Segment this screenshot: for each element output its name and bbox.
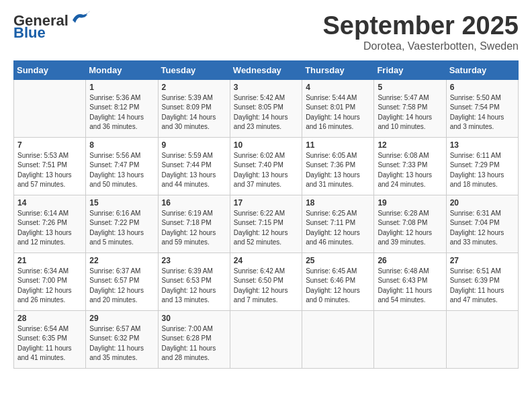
- day-header-monday: Monday: [86, 60, 158, 79]
- calendar-cell: 24Sunrise: 6:42 AMSunset: 6:50 PMDayligh…: [230, 253, 302, 310]
- day-number: 27: [450, 256, 515, 265]
- calendar-cell: 19Sunrise: 6:28 AMSunset: 7:08 PMDayligh…: [374, 195, 446, 253]
- day-number: 21: [17, 256, 82, 265]
- calendar-cell: 22Sunrise: 6:37 AMSunset: 6:57 PMDayligh…: [86, 253, 158, 310]
- calendar-cell: 21Sunrise: 6:34 AMSunset: 7:00 PMDayligh…: [14, 253, 86, 310]
- day-info: Sunrise: 5:39 AMSunset: 8:09 PMDaylight:…: [162, 93, 226, 132]
- calendar-cell: 16Sunrise: 6:19 AMSunset: 7:18 PMDayligh…: [158, 195, 230, 253]
- calendar-cell: 6Sunrise: 5:50 AMSunset: 7:54 PMDaylight…: [446, 79, 518, 137]
- calendar-cell: 13Sunrise: 6:11 AMSunset: 7:29 PMDayligh…: [446, 137, 518, 195]
- day-number: 20: [450, 198, 515, 208]
- day-header-thursday: Thursday: [302, 60, 374, 79]
- day-number: 3: [234, 83, 298, 92]
- day-info: Sunrise: 6:02 AMSunset: 7:40 PMDaylight:…: [234, 151, 298, 190]
- calendar-cell: 20Sunrise: 6:31 AMSunset: 7:04 PMDayligh…: [446, 195, 518, 253]
- day-info: Sunrise: 5:56 AMSunset: 7:47 PMDaylight:…: [89, 151, 154, 190]
- day-info: Sunrise: 5:59 AMSunset: 7:44 PMDaylight:…: [162, 151, 226, 190]
- day-info: Sunrise: 6:51 AMSunset: 6:39 PMDaylight:…: [450, 267, 515, 306]
- day-header-sunday: Sunday: [14, 60, 86, 79]
- day-number: 16: [162, 198, 226, 208]
- day-number: 29: [89, 314, 154, 323]
- calendar-cell: 25Sunrise: 6:45 AMSunset: 6:46 PMDayligh…: [302, 253, 374, 310]
- day-info: Sunrise: 6:11 AMSunset: 7:29 PMDaylight:…: [450, 151, 515, 190]
- day-number: 7: [17, 140, 82, 150]
- header: General Blue September 2025 Dorotea, Vae…: [13, 12, 519, 52]
- calendar-cell: [302, 310, 374, 368]
- day-info: Sunrise: 5:53 AMSunset: 7:51 PMDaylight:…: [17, 151, 82, 190]
- calendar-week-row: 7Sunrise: 5:53 AMSunset: 7:51 PMDaylight…: [14, 137, 519, 195]
- day-number: 2: [162, 83, 226, 92]
- calendar-cell: 10Sunrise: 6:02 AMSunset: 7:40 PMDayligh…: [230, 137, 302, 195]
- day-number: 15: [89, 198, 154, 208]
- calendar-header-row: SundayMondayTuesdayWednesdayThursdayFrid…: [14, 60, 519, 79]
- day-number: 11: [306, 140, 370, 150]
- day-info: Sunrise: 6:05 AMSunset: 7:36 PMDaylight:…: [306, 151, 370, 190]
- day-info: Sunrise: 6:22 AMSunset: 7:15 PMDaylight:…: [234, 209, 298, 248]
- day-number: 13: [450, 140, 515, 150]
- day-info: Sunrise: 6:19 AMSunset: 7:18 PMDaylight:…: [162, 209, 226, 248]
- day-info: Sunrise: 5:47 AMSunset: 7:58 PMDaylight:…: [378, 93, 442, 132]
- day-number: 28: [17, 314, 82, 323]
- day-header-tuesday: Tuesday: [158, 60, 230, 79]
- day-info: Sunrise: 6:42 AMSunset: 6:50 PMDaylight:…: [234, 267, 298, 306]
- calendar-cell: 30Sunrise: 7:00 AMSunset: 6:28 PMDayligh…: [158, 310, 230, 368]
- calendar-cell: 3Sunrise: 5:42 AMSunset: 8:05 PMDaylight…: [230, 79, 302, 137]
- day-info: Sunrise: 6:16 AMSunset: 7:22 PMDaylight:…: [89, 209, 154, 248]
- calendar-week-row: 1Sunrise: 5:36 AMSunset: 8:12 PMDaylight…: [14, 79, 519, 137]
- logo: General Blue: [13, 12, 91, 42]
- calendar-week-row: 21Sunrise: 6:34 AMSunset: 7:00 PMDayligh…: [14, 253, 519, 310]
- day-info: Sunrise: 6:28 AMSunset: 7:08 PMDaylight:…: [378, 209, 442, 248]
- day-info: Sunrise: 6:48 AMSunset: 6:43 PMDaylight:…: [378, 267, 442, 306]
- day-number: 8: [89, 140, 154, 150]
- calendar-cell: 2Sunrise: 5:39 AMSunset: 8:09 PMDaylight…: [158, 79, 230, 137]
- calendar-cell: 8Sunrise: 5:56 AMSunset: 7:47 PMDaylight…: [86, 137, 158, 195]
- logo-blue: Blue: [13, 24, 46, 42]
- title-block: September 2025 Dorotea, Vaesterbotten, S…: [323, 12, 519, 52]
- day-number: 26: [378, 256, 442, 265]
- calendar-cell: 27Sunrise: 6:51 AMSunset: 6:39 PMDayligh…: [446, 253, 518, 310]
- day-number: 14: [17, 198, 82, 208]
- month-title: September 2025: [323, 12, 519, 40]
- day-header-saturday: Saturday: [446, 60, 518, 79]
- calendar-cell: 9Sunrise: 5:59 AMSunset: 7:44 PMDaylight…: [158, 137, 230, 195]
- day-info: Sunrise: 6:54 AMSunset: 6:35 PMDaylight:…: [17, 324, 82, 363]
- day-info: Sunrise: 6:34 AMSunset: 7:00 PMDaylight:…: [17, 267, 82, 306]
- day-info: Sunrise: 6:14 AMSunset: 7:26 PMDaylight:…: [17, 209, 82, 248]
- calendar-cell: [14, 79, 86, 137]
- logo-bird-icon: [70, 11, 91, 28]
- day-number: 19: [378, 198, 442, 208]
- calendar-cell: 12Sunrise: 6:08 AMSunset: 7:33 PMDayligh…: [374, 137, 446, 195]
- calendar-cell: 1Sunrise: 5:36 AMSunset: 8:12 PMDaylight…: [86, 79, 158, 137]
- calendar-cell: 29Sunrise: 6:57 AMSunset: 6:32 PMDayligh…: [86, 310, 158, 368]
- day-number: 18: [306, 198, 370, 208]
- day-info: Sunrise: 6:08 AMSunset: 7:33 PMDaylight:…: [378, 151, 442, 190]
- day-info: Sunrise: 6:31 AMSunset: 7:04 PMDaylight:…: [450, 209, 515, 248]
- day-number: 10: [234, 140, 298, 150]
- calendar-cell: 28Sunrise: 6:54 AMSunset: 6:35 PMDayligh…: [14, 310, 86, 368]
- day-number: 30: [162, 314, 226, 323]
- calendar-table: SundayMondayTuesdayWednesdayThursdayFrid…: [13, 60, 519, 369]
- day-header-wednesday: Wednesday: [230, 60, 302, 79]
- day-info: Sunrise: 6:25 AMSunset: 7:11 PMDaylight:…: [306, 209, 370, 248]
- calendar-cell: [374, 310, 446, 368]
- day-info: Sunrise: 5:36 AMSunset: 8:12 PMDaylight:…: [89, 93, 154, 132]
- calendar-cell: 15Sunrise: 6:16 AMSunset: 7:22 PMDayligh…: [86, 195, 158, 253]
- calendar-cell: 17Sunrise: 6:22 AMSunset: 7:15 PMDayligh…: [230, 195, 302, 253]
- calendar-cell: 18Sunrise: 6:25 AMSunset: 7:11 PMDayligh…: [302, 195, 374, 253]
- day-number: 22: [89, 256, 154, 265]
- calendar-cell: [446, 310, 518, 368]
- day-number: 5: [378, 83, 442, 92]
- calendar-cell: 4Sunrise: 5:44 AMSunset: 8:01 PMDaylight…: [302, 79, 374, 137]
- page: General Blue September 2025 Dorotea, Vae…: [0, 0, 532, 375]
- day-number: 1: [89, 83, 154, 92]
- day-number: 12: [378, 140, 442, 150]
- calendar-cell: [230, 310, 302, 368]
- calendar-cell: 26Sunrise: 6:48 AMSunset: 6:43 PMDayligh…: [374, 253, 446, 310]
- calendar-week-row: 28Sunrise: 6:54 AMSunset: 6:35 PMDayligh…: [14, 310, 519, 368]
- day-number: 24: [234, 256, 298, 265]
- day-info: Sunrise: 5:50 AMSunset: 7:54 PMDaylight:…: [450, 93, 515, 132]
- day-number: 6: [450, 83, 515, 92]
- day-info: Sunrise: 6:39 AMSunset: 6:53 PMDaylight:…: [162, 267, 226, 306]
- day-number: 25: [306, 256, 370, 265]
- calendar-cell: 7Sunrise: 5:53 AMSunset: 7:51 PMDaylight…: [14, 137, 86, 195]
